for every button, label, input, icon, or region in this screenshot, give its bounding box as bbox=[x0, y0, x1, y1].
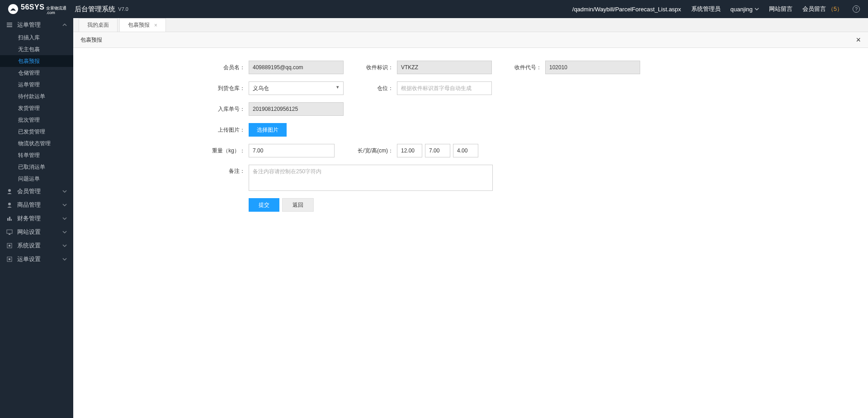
svg-rect-9 bbox=[9, 234, 10, 235]
user-icon bbox=[6, 202, 13, 208]
sidebar-item[interactable]: 物流状态管理 bbox=[0, 138, 73, 149]
svg-rect-6 bbox=[9, 217, 10, 221]
arrive-wh-label: 到货仓库： bbox=[73, 85, 249, 92]
svg-rect-7 bbox=[11, 219, 12, 221]
arrive-wh-select[interactable]: 义乌仓 bbox=[249, 81, 344, 95]
finance-icon bbox=[6, 215, 13, 222]
chevron-down-icon bbox=[62, 203, 67, 207]
sidebar-section-waybill[interactable]: 运单管理 bbox=[0, 18, 73, 32]
panel-close-button[interactable]: × bbox=[856, 36, 861, 44]
back-button[interactable]: 返回 bbox=[282, 198, 314, 212]
site-msg-link[interactable]: 网站留言 bbox=[769, 5, 793, 13]
app-version: V7.0 bbox=[118, 6, 128, 12]
tab-desktop[interactable]: 我的桌面 bbox=[79, 18, 118, 32]
sidebar-item[interactable]: 转单管理 bbox=[0, 149, 73, 161]
user-icon bbox=[6, 188, 13, 195]
brand-main: 56SYS bbox=[21, 3, 44, 11]
svg-rect-8 bbox=[7, 230, 12, 233]
dim-length-input[interactable] bbox=[397, 144, 422, 157]
store-pos-label: 仓位： bbox=[360, 85, 397, 92]
member-name-input[interactable] bbox=[249, 61, 344, 74]
svg-rect-13 bbox=[9, 258, 10, 260]
dim-label: 长/宽/高(cm)： bbox=[351, 147, 397, 155]
member-msg-link[interactable]: 会员留言 （5） bbox=[802, 5, 843, 13]
site-icon bbox=[6, 229, 13, 235]
recv-id-label: 收件标识： bbox=[360, 64, 397, 71]
sidebar-section-product[interactable]: 商品管理 bbox=[0, 198, 73, 212]
chevron-down-icon bbox=[62, 257, 67, 261]
list-icon bbox=[6, 22, 13, 28]
topbar: 56SYS 全景物流通 .com 后台管理系统 V7.0 /qadmin/Way… bbox=[0, 0, 868, 18]
weight-input[interactable] bbox=[249, 144, 335, 157]
dim-width-input[interactable] bbox=[425, 144, 450, 157]
inno-label: 入库单号： bbox=[73, 105, 249, 113]
chevron-down-icon bbox=[62, 189, 67, 194]
upload-image-button[interactable]: 选择图片 bbox=[249, 123, 287, 137]
sidebar-item[interactable]: 无主包裹 bbox=[0, 43, 73, 55]
sidebar-section-waybill-settings[interactable]: 运单设置 bbox=[0, 252, 73, 266]
inno-input[interactable] bbox=[249, 102, 344, 116]
recv-code-label: 收件代号： bbox=[508, 64, 545, 71]
svg-rect-1 bbox=[7, 24, 12, 25]
system-icon bbox=[6, 256, 13, 262]
chevron-down-icon bbox=[62, 216, 67, 221]
sidebar-section-member[interactable]: 会员管理 bbox=[0, 185, 73, 198]
submit-button[interactable]: 提交 bbox=[249, 198, 279, 212]
upload-label: 上传图片： bbox=[73, 126, 249, 134]
breadcrumb: 包裹预报 × bbox=[73, 32, 868, 48]
chevron-up-icon bbox=[62, 23, 67, 27]
app-title: 后台管理系统 bbox=[75, 5, 115, 14]
sidebar-item[interactable]: 已取消运单 bbox=[0, 161, 73, 173]
sidebar-item[interactable]: 运单管理 bbox=[0, 79, 73, 90]
user-menu[interactable]: quanjing bbox=[731, 6, 759, 13]
svg-rect-11 bbox=[9, 245, 10, 247]
sidebar-item[interactable]: 批次管理 bbox=[0, 114, 73, 126]
remark-label: 备注： bbox=[73, 165, 249, 175]
member-msg-count: （5） bbox=[828, 5, 843, 13]
sidebar-item[interactable]: 已发货管理 bbox=[0, 126, 73, 138]
brand-sub: 全景物流通 .com bbox=[46, 6, 66, 15]
sidebar-item[interactable]: 仓储管理 bbox=[0, 67, 73, 79]
recv-id-input[interactable] bbox=[397, 61, 492, 74]
close-icon[interactable]: × bbox=[154, 23, 157, 28]
sidebar-item[interactable]: 待付款运单 bbox=[0, 90, 73, 102]
chevron-down-icon bbox=[755, 7, 759, 11]
svg-rect-5 bbox=[7, 218, 9, 221]
svg-rect-0 bbox=[7, 23, 12, 24]
chevron-down-icon bbox=[62, 230, 67, 234]
sidebar: 运单管理 扫描入库 无主包裹 包裹预报 仓储管理 运单管理 待付款运单 发货管理… bbox=[0, 18, 73, 418]
logo-icon bbox=[8, 4, 18, 14]
svg-point-3 bbox=[8, 189, 11, 192]
user-name: quanjing bbox=[731, 6, 753, 13]
sidebar-section-finance[interactable]: 财务管理 bbox=[0, 212, 73, 225]
svg-point-4 bbox=[8, 203, 11, 205]
sidebar-item[interactable]: 发货管理 bbox=[0, 102, 73, 114]
system-icon bbox=[6, 242, 13, 249]
main-area: 我的桌面 包裹预报 × 包裹预报 × 会员名： 收件标识： bbox=[73, 18, 868, 418]
remark-textarea[interactable] bbox=[249, 165, 493, 191]
chevron-down-icon bbox=[62, 243, 67, 248]
member-name-label: 会员名： bbox=[73, 64, 249, 71]
tab-bar: 我的桌面 包裹预报 × bbox=[73, 18, 868, 32]
recv-code-input[interactable] bbox=[545, 61, 640, 74]
svg-rect-2 bbox=[7, 26, 12, 27]
page-title: 包裹预报 bbox=[80, 36, 102, 44]
sidebar-item[interactable]: 扫描入库 bbox=[0, 32, 73, 43]
role-label[interactable]: 系统管理员 bbox=[691, 5, 721, 13]
sidebar-item[interactable]: 问题运单 bbox=[0, 173, 73, 185]
store-pos-input[interactable] bbox=[397, 81, 492, 95]
weight-label: 重量（kg）： bbox=[73, 147, 249, 155]
help-button[interactable]: ? bbox=[853, 5, 860, 13]
tab-parcel-forecast[interactable]: 包裹预报 × bbox=[119, 18, 166, 32]
help-icon: ? bbox=[853, 5, 860, 13]
dim-height-input[interactable] bbox=[453, 144, 478, 157]
sidebar-section-site[interactable]: 网站设置 bbox=[0, 225, 73, 239]
sidebar-item-parcel-forecast[interactable]: 包裹预报 bbox=[0, 55, 73, 67]
brand: 56SYS 全景物流通 .com bbox=[21, 3, 66, 15]
page-path: /qadmin/Waybill/ParcelForecast_List.aspx bbox=[572, 6, 681, 13]
sidebar-section-system[interactable]: 系统设置 bbox=[0, 239, 73, 252]
